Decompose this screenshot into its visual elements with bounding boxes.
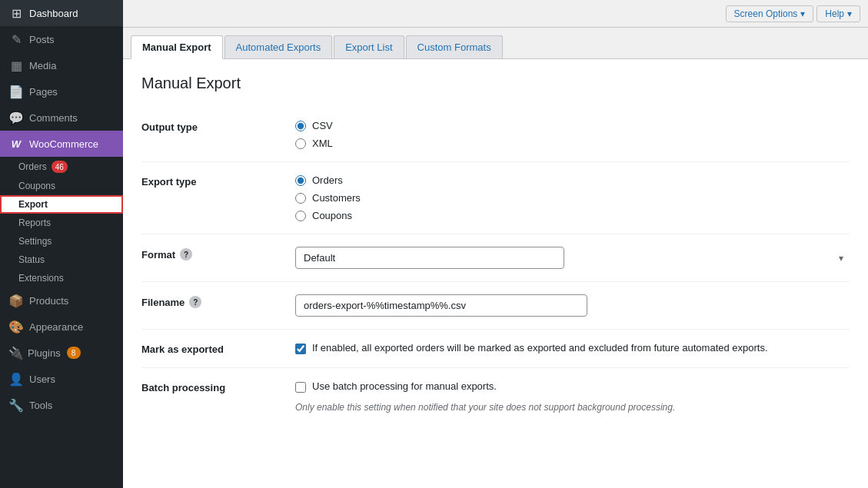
mark-exported-control: If enabled, all exported orders will be … [295, 342, 850, 354]
sidebar-submenu-item-status[interactable]: Status [0, 251, 123, 269]
sidebar-submenu-item-orders[interactable]: Orders 46 [0, 157, 123, 177]
woo-submenu: Orders 46 Coupons Export Reports Setting… [0, 157, 123, 287]
mark-exported-checkbox-row: If enabled, all exported orders will be … [295, 342, 850, 354]
output-type-control: CSV XML [295, 120, 850, 149]
mark-exported-description: If enabled, all exported orders will be … [312, 342, 768, 354]
help-button[interactable]: Help ▾ [816, 5, 860, 22]
filename-help-icon[interactable]: ? [189, 296, 201, 308]
sidebar-item-woocommerce[interactable]: W WooCommerce [0, 131, 123, 157]
format-select-wrapper: Default ▾ [295, 247, 850, 269]
woocommerce-icon: W [9, 137, 23, 151]
batch-processing-description: Use batch processing for manual exports. [312, 380, 497, 392]
mark-exported-row: Mark as exported If enabled, all exporte… [141, 330, 850, 368]
topbar: Screen Options ▾ Help ▾ [123, 0, 868, 28]
sidebar-submenu-item-settings[interactable]: Settings [0, 232, 123, 251]
sidebar: ⊞ Dashboard ✎ Posts ▦ Media 📄 Pages 💬 Co… [0, 0, 123, 488]
filename-control [295, 294, 850, 317]
xml-radio[interactable] [295, 138, 306, 149]
users-icon: 👤 [9, 372, 23, 386]
csv-radio-label[interactable]: CSV [295, 120, 850, 131]
chevron-down-icon: ▾ [800, 8, 805, 19]
xml-radio-label[interactable]: XML [295, 138, 850, 149]
batch-processing-checkbox[interactable] [295, 382, 306, 393]
plugins-badge: 8 [67, 347, 81, 359]
output-type-label: Output type [141, 120, 280, 133]
plugins-icon: 🔌 [9, 346, 23, 360]
sidebar-item-plugins[interactable]: 🔌 Plugins 8 [0, 340, 123, 366]
tools-icon: 🔧 [9, 398, 23, 412]
posts-icon: ✎ [9, 32, 23, 46]
orders-radio-label[interactable]: Orders [295, 174, 850, 186]
tab-bar: Manual Export Automated Exports Export L… [123, 28, 868, 59]
dashboard-icon: ⊞ [9, 6, 23, 20]
csv-radio[interactable] [295, 121, 306, 131]
sidebar-item-comments[interactable]: 💬 Comments [0, 105, 123, 131]
screen-options-button[interactable]: Screen Options ▾ [726, 5, 814, 22]
customers-radio-label[interactable]: Customers [295, 192, 850, 204]
sidebar-item-tools[interactable]: 🔧 Tools [0, 392, 123, 418]
coupons-radio-label[interactable]: Coupons [295, 210, 850, 221]
sidebar-submenu-item-extensions[interactable]: Extensions [0, 269, 123, 287]
orders-radio[interactable] [295, 175, 306, 186]
media-icon: ▦ [9, 58, 23, 72]
format-select[interactable]: Default [295, 247, 564, 269]
format-row: Format ? Default ▾ [141, 234, 850, 282]
sidebar-item-products[interactable]: 📦 Products [0, 287, 123, 314]
mark-exported-label: Mark as exported [141, 342, 280, 355]
sidebar-item-pages[interactable]: 📄 Pages [0, 78, 123, 105]
batch-processing-row: Batch processing Use batch processing fo… [141, 368, 850, 425]
main-area: Screen Options ▾ Help ▾ Manual Export Au… [123, 0, 868, 488]
coupons-radio[interactable] [295, 211, 306, 221]
sidebar-item-appearance[interactable]: 🎨 Appearance [0, 314, 123, 340]
chevron-down-icon-help: ▾ [847, 8, 852, 19]
page-title: Manual Export [141, 75, 850, 92]
sidebar-item-users[interactable]: 👤 Users [0, 366, 123, 392]
sidebar-submenu-item-coupons[interactable]: Coupons [0, 177, 123, 195]
sidebar-item-dashboard[interactable]: ⊞ Dashboard [0, 0, 123, 26]
format-label: Format ? [141, 247, 280, 261]
customers-radio[interactable] [295, 193, 306, 204]
batch-processing-label: Batch processing [141, 380, 280, 393]
sidebar-item-posts[interactable]: ✎ Posts [0, 26, 123, 52]
format-help-icon[interactable]: ? [180, 248, 192, 261]
tab-export-list[interactable]: Export List [334, 35, 404, 58]
filename-input[interactable] [295, 294, 587, 317]
output-type-row: Output type CSV XML [141, 108, 850, 162]
export-type-label: Export type [141, 174, 280, 188]
pages-icon: 📄 [9, 85, 23, 98]
orders-badge: 46 [52, 161, 68, 173]
form-area: Manual Export Output type CSV XML E [123, 59, 868, 488]
export-type-control: Orders Customers Coupons [295, 174, 850, 221]
mark-exported-checkbox[interactable] [295, 344, 306, 354]
sidebar-submenu-item-reports[interactable]: Reports [0, 214, 123, 232]
sidebar-submenu-item-export[interactable]: Export [0, 195, 123, 214]
products-icon: 📦 [9, 294, 23, 307]
sidebar-item-media[interactable]: ▦ Media [0, 52, 123, 78]
batch-processing-checkbox-row: Use batch processing for manual exports. [295, 380, 850, 393]
comments-icon: 💬 [9, 111, 23, 124]
tab-custom-formats[interactable]: Custom Formats [406, 35, 503, 58]
appearance-icon: 🎨 [9, 320, 23, 334]
format-control: Default ▾ [295, 247, 850, 269]
tab-automated-exports[interactable]: Automated Exports [224, 35, 333, 58]
batch-processing-help-text: Only enable this setting when notified t… [295, 402, 850, 413]
select-arrow-icon: ▾ [839, 253, 843, 264]
export-type-row: Export type Orders Customers Coupons [141, 162, 850, 234]
batch-processing-control: Use batch processing for manual exports.… [295, 380, 850, 413]
content-area: Manual Export Automated Exports Export L… [123, 28, 868, 488]
filename-row: Filename ? [141, 282, 850, 330]
filename-label: Filename ? [141, 294, 280, 308]
tab-manual-export[interactable]: Manual Export [131, 35, 223, 59]
